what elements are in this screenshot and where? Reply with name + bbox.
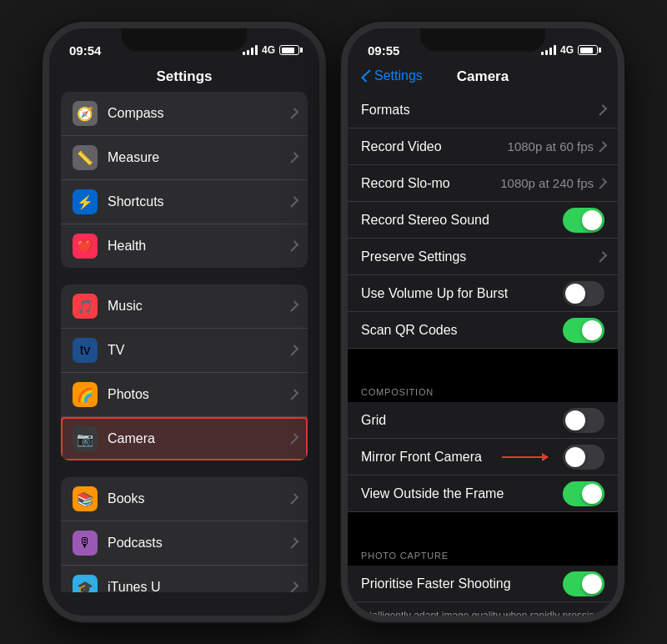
scan-qr-label: Scan QR Codes (361, 323, 563, 338)
phone-camera: 09:55 4G Settings (341, 22, 624, 622)
list-item[interactable]: ❤️ Health (61, 224, 308, 268)
back-button[interactable]: Settings (361, 68, 423, 83)
photo-group: Prioritise Faster Shooting Intelligently… (348, 566, 618, 616)
podcasts-icon: 🎙 (73, 531, 98, 556)
grid-label: Grid (361, 413, 563, 428)
scan-qr-toggle[interactable] (563, 318, 604, 343)
faster-shooting-desc: Intelligently adapt image quality when r… (348, 602, 618, 616)
bar3 (549, 48, 552, 55)
measure-icon: 📏 (73, 145, 98, 170)
list-item[interactable]: 🎵 Music (61, 284, 308, 329)
screen-2: Settings Camera Formats Record Video 108… (348, 65, 618, 616)
list-item[interactable]: 📏 Measure (61, 136, 308, 180)
battery-1 (279, 45, 299, 55)
itunes-icon: 🎓 (73, 575, 98, 592)
view-outside-label: View Outside the Frame (361, 486, 563, 501)
record-slomo-value: 1080p at 240 fps (500, 176, 594, 190)
view-outside-row[interactable]: View Outside the Frame (348, 475, 618, 512)
list-item[interactable]: 🎙 Podcasts (61, 521, 308, 566)
tv-label: TV (108, 343, 290, 358)
faster-shooting-desc-text: Intelligently adapt image quality when r… (361, 610, 600, 616)
screen-1: Settings 🧭 Compass 📏 Measure (49, 65, 319, 616)
time-1: 09:54 (69, 43, 101, 58)
camera-group-top: Formats Record Video 1080p at 60 fps Rec… (348, 92, 618, 349)
battery-fill-1 (282, 48, 294, 53)
camera-icon: 📷 (73, 426, 98, 451)
grid-row[interactable]: Grid (348, 402, 618, 439)
bar2 (545, 50, 548, 55)
settings-list-1[interactable]: 🧭 Compass 📏 Measure ⚡ Shortcuts (49, 92, 319, 592)
bar4 (255, 45, 258, 55)
bar3 (251, 48, 253, 55)
status-icons-2: 4G (541, 44, 598, 56)
back-label: Settings (374, 68, 423, 83)
formats-label: Formats (361, 103, 599, 118)
camera-row[interactable]: 📷 Camera (61, 417, 308, 460)
camera-title: Camera (457, 68, 509, 85)
record-video-label: Record Video (361, 139, 508, 154)
tv-icon: tv (73, 338, 98, 363)
bar2 (247, 50, 249, 55)
list-item[interactable]: 🌈 Photos (61, 373, 308, 417)
record-stereo-toggle[interactable] (563, 208, 604, 233)
composition-section: COMPOSITION Grid Mirror Front Camera (348, 374, 618, 512)
arrow-line (502, 456, 548, 458)
arrow-annotation (502, 456, 548, 458)
battery-fill-2 (580, 48, 593, 53)
network-1: 4G (262, 44, 275, 56)
list-item[interactable]: ⚡ Shortcuts (61, 180, 308, 224)
view-outside-toggle[interactable] (563, 481, 604, 506)
time-2: 09:55 (368, 43, 399, 58)
toggle-knob (582, 574, 602, 594)
toggle-knob (565, 447, 585, 467)
preserve-settings-row[interactable]: Preserve Settings (348, 239, 618, 275)
list-item[interactable]: 📚 Books (61, 477, 308, 521)
network-2: 4G (560, 44, 574, 56)
list-item[interactable]: 🎓 iTunes U (61, 566, 308, 592)
bar1 (243, 52, 245, 55)
bar1 (541, 52, 544, 55)
composition-header: COMPOSITION (348, 374, 618, 402)
books-label: Books (108, 491, 290, 506)
list-item[interactable]: tv TV (61, 329, 308, 373)
volume-burst-label: Use Volume Up for Burst (361, 286, 563, 301)
record-stereo-row[interactable]: Record Stereo Sound (348, 202, 618, 239)
volume-burst-row[interactable]: Use Volume Up for Burst (348, 275, 618, 312)
itunes-label: iTunes U (108, 580, 290, 592)
signal-bars-2 (541, 45, 556, 55)
shortcuts-icon: ⚡ (73, 189, 98, 214)
music-icon: 🎵 (73, 294, 98, 319)
status-bar-2: 09:55 4G (348, 28, 618, 65)
faster-shooting-row[interactable]: Prioritise Faster Shooting (348, 566, 618, 602)
faster-shooting-toggle[interactable] (563, 571, 604, 596)
back-chevron-icon (361, 69, 374, 83)
record-slomo-row[interactable]: Record Slo-mo 1080p at 240 fps (348, 165, 618, 202)
volume-burst-toggle[interactable] (563, 281, 604, 306)
battery-2 (578, 45, 598, 55)
mirror-front-row[interactable]: Mirror Front Camera (348, 439, 618, 475)
camera-label: Camera (108, 431, 290, 446)
camera-nav-bar: Settings Camera (348, 65, 618, 92)
phone-settings: 09:54 4G Settings (43, 22, 326, 622)
signal-bars-1 (243, 45, 258, 55)
status-bar-1: 09:54 4G (49, 28, 319, 65)
nav-title-1: Settings (63, 68, 306, 85)
photo-capture-header: PHOTO CAPTURE (348, 537, 618, 566)
compass-label: Compass (108, 106, 290, 121)
toggle-knob (582, 210, 602, 230)
record-video-row[interactable]: Record Video 1080p at 60 fps (348, 128, 618, 165)
music-label: Music (108, 299, 290, 314)
scan-qr-row[interactable]: Scan QR Codes (348, 312, 618, 349)
faster-shooting-label: Prioritise Faster Shooting (361, 576, 563, 591)
compass-icon: 🧭 (73, 101, 98, 126)
photos-icon: 🌈 (73, 382, 98, 407)
settings-group-top: 🧭 Compass 📏 Measure ⚡ Shortcuts (61, 92, 308, 268)
mirror-front-toggle[interactable] (563, 445, 604, 470)
shortcuts-label: Shortcuts (108, 194, 290, 209)
bar4 (554, 45, 556, 55)
list-item[interactable]: 🧭 Compass (61, 92, 308, 136)
health-label: Health (108, 239, 290, 254)
settings-group-bottom: 📚 Books 🎙 Podcasts 🎓 iTunes U (61, 477, 308, 592)
formats-row[interactable]: Formats (348, 92, 618, 128)
grid-toggle[interactable] (563, 408, 604, 433)
